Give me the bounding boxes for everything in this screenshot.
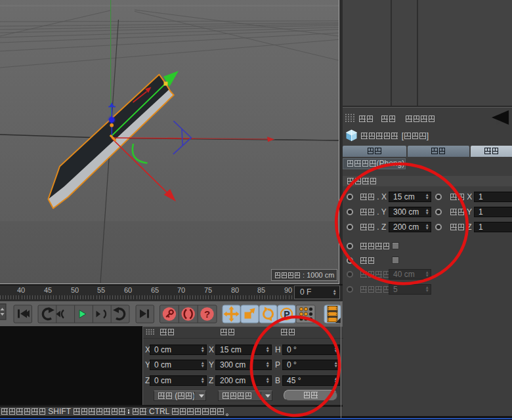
svg-text:P: P [284, 309, 289, 320]
svg-text:?: ? [204, 308, 210, 320]
